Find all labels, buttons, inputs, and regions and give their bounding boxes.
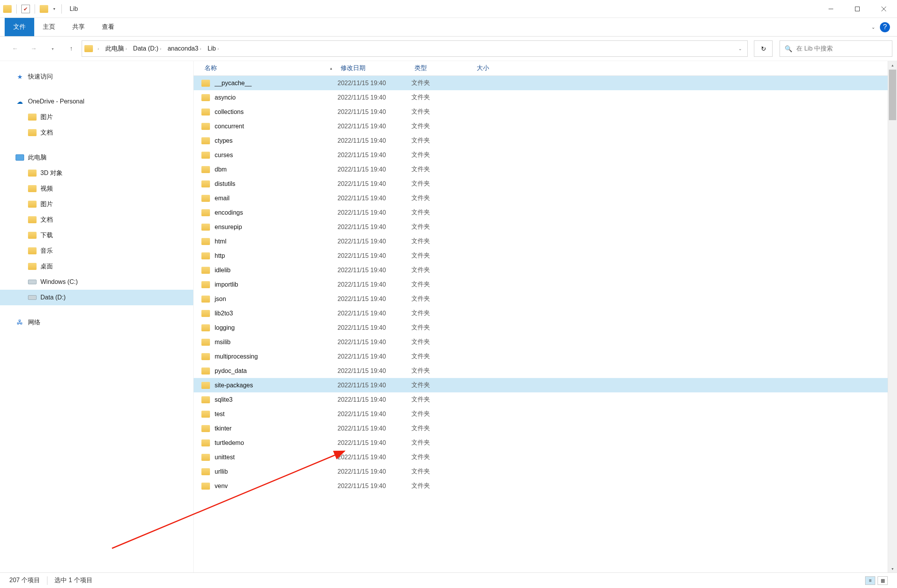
sidebar-item[interactable]: Windows (C:) (0, 274, 193, 290)
file-row[interactable]: html2022/11/15 19:40文件夹 (194, 234, 897, 248)
file-row[interactable]: sqlite32022/11/15 19:40文件夹 (194, 392, 897, 407)
file-row[interactable]: idlelib2022/11/15 19:40文件夹 (194, 263, 897, 277)
file-name: site-packages (215, 382, 337, 389)
refresh-button[interactable]: ↻ (754, 40, 773, 57)
sidebar-this-pc[interactable]: 此电脑 (0, 150, 193, 165)
scrollbar[interactable]: ▴ ▾ (888, 61, 897, 572)
ribbon-expand-icon[interactable]: ⌄ (871, 24, 875, 30)
column-type[interactable]: 类型 (411, 64, 474, 72)
file-row[interactable]: venv2022/11/15 19:40文件夹 (194, 479, 897, 493)
sidebar-item[interactable]: 图片 (0, 196, 193, 212)
file-row[interactable]: http2022/11/15 19:40文件夹 (194, 248, 897, 263)
file-row[interactable]: json2022/11/15 19:40文件夹 (194, 292, 897, 306)
sidebar-item[interactable]: 文档 (0, 212, 193, 228)
sidebar-quick-access[interactable]: ★快速访问 (0, 69, 193, 84)
file-row[interactable]: collections2022/11/15 19:40文件夹 (194, 105, 897, 119)
sidebar-item[interactable]: 文档 (0, 125, 193, 140)
column-size[interactable]: 大小 (474, 64, 520, 72)
file-row[interactable]: tkinter2022/11/15 19:40文件夹 (194, 421, 897, 436)
file-row[interactable]: site-packages2022/11/15 19:40文件夹 (194, 378, 897, 392)
file-row[interactable]: asyncio2022/11/15 19:40文件夹 (194, 90, 897, 105)
file-row[interactable]: multiprocessing2022/11/15 19:40文件夹 (194, 349, 897, 364)
ribbon-file-tab[interactable]: 文件 (5, 18, 34, 36)
scroll-up-icon[interactable]: ▴ (888, 61, 897, 69)
folder-icon (201, 396, 210, 403)
file-row[interactable]: lib2to32022/11/15 19:40文件夹 (194, 306, 897, 320)
file-row[interactable]: test2022/11/15 19:40文件夹 (194, 407, 897, 421)
file-type: 文件夹 (411, 208, 474, 217)
file-row[interactable]: importlib2022/11/15 19:40文件夹 (194, 277, 897, 292)
sidebar-item[interactable]: 音乐 (0, 243, 193, 259)
qat-properties-icon[interactable]: ✔ (21, 5, 30, 13)
search-input[interactable]: 🔍 在 Lib 中搜索 (780, 40, 892, 57)
qat-dropdown-icon[interactable]: ▾ (51, 7, 57, 11)
folder-icon (201, 411, 210, 418)
address-bar[interactable]: › 此电脑› Data (D:)› anaconda3› Lib› ⌄ (82, 40, 748, 57)
minimize-button[interactable] (818, 0, 844, 18)
file-date: 2022/11/15 19:40 (337, 94, 411, 101)
breadcrumb[interactable]: Data (D:)› (130, 43, 164, 54)
sidebar-item[interactable]: Data (D:) (0, 290, 193, 305)
ribbon-tab-home[interactable]: 主页 (34, 18, 64, 36)
file-row[interactable]: urllib2022/11/15 19:40文件夹 (194, 464, 897, 479)
breadcrumb[interactable]: › (94, 44, 102, 53)
sidebar-network[interactable]: 🖧网络 (0, 315, 193, 330)
file-row[interactable]: ctypes2022/11/15 19:40文件夹 (194, 133, 897, 148)
close-button[interactable] (871, 0, 897, 18)
file-name: json (215, 296, 337, 303)
file-date: 2022/11/15 19:40 (337, 324, 411, 331)
forward-button[interactable]: → (26, 40, 42, 57)
file-row[interactable]: concurrent2022/11/15 19:40文件夹 (194, 119, 897, 133)
address-history-icon[interactable]: ⌄ (738, 46, 742, 51)
file-name: ensurepip (215, 224, 337, 231)
scroll-down-icon[interactable]: ▾ (888, 565, 897, 572)
breadcrumb-label: 此电脑 (105, 45, 124, 53)
file-row[interactable]: logging2022/11/15 19:40文件夹 (194, 320, 897, 335)
sidebar-onedrive[interactable]: ☁OneDrive - Personal (0, 94, 193, 109)
file-row[interactable]: ensurepip2022/11/15 19:40文件夹 (194, 220, 897, 234)
folder-icon (201, 224, 210, 231)
breadcrumb[interactable]: Lib› (205, 43, 222, 54)
ribbon-tab-share[interactable]: 共享 (64, 18, 93, 36)
file-row[interactable]: pydoc_data2022/11/15 19:40文件夹 (194, 364, 897, 378)
sidebar-item[interactable]: 视频 (0, 181, 193, 196)
maximize-button[interactable] (844, 0, 871, 18)
sidebar-item[interactable]: 图片 (0, 109, 193, 125)
folder-icon (201, 195, 210, 202)
ribbon-tab-view[interactable]: 查看 (93, 18, 123, 36)
file-row[interactable]: curses2022/11/15 19:40文件夹 (194, 148, 897, 162)
column-name[interactable]: 名称 (201, 64, 337, 72)
breadcrumb[interactable]: anaconda3› (164, 43, 205, 54)
scroll-thumb[interactable] (889, 70, 896, 120)
file-row[interactable]: __pycache__2022/11/15 19:40文件夹 (194, 76, 897, 90)
file-type: 文件夹 (411, 180, 474, 188)
sidebar-item[interactable]: 下载 (0, 228, 193, 243)
file-row[interactable]: dbm2022/11/15 19:40文件夹 (194, 162, 897, 177)
file-type: 文件夹 (411, 79, 474, 87)
file-name: logging (215, 324, 337, 331)
breadcrumb[interactable]: 此电脑› (102, 42, 130, 55)
file-name: sqlite3 (215, 396, 337, 403)
folder-icon (28, 232, 37, 239)
back-button[interactable]: ← (7, 40, 23, 57)
recent-locations-button[interactable]: ▾ (44, 40, 61, 57)
file-name: curses (215, 152, 337, 159)
up-button[interactable]: ↑ (63, 40, 79, 57)
file-name: msilib (215, 339, 337, 346)
svg-rect-1 (855, 7, 860, 11)
file-row[interactable]: msilib2022/11/15 19:40文件夹 (194, 335, 897, 349)
file-row[interactable]: email2022/11/15 19:40文件夹 (194, 191, 897, 205)
file-row[interactable]: unittest2022/11/15 19:40文件夹 (194, 450, 897, 464)
view-large-icon[interactable]: ▦ (878, 576, 888, 585)
column-date[interactable]: 修改日期 (337, 64, 411, 72)
help-icon[interactable]: ? (880, 22, 890, 32)
file-row[interactable]: turtledemo2022/11/15 19:40文件夹 (194, 436, 897, 450)
folder-icon (201, 296, 210, 303)
sidebar-item[interactable]: 3D 对象 (0, 165, 193, 181)
sidebar-item[interactable]: 桌面 (0, 259, 193, 274)
folder-icon (201, 267, 210, 274)
file-row[interactable]: encodings2022/11/15 19:40文件夹 (194, 205, 897, 220)
view-details-icon[interactable]: ≡ (865, 576, 875, 585)
file-row[interactable]: distutils2022/11/15 19:40文件夹 (194, 177, 897, 191)
qat-new-folder-icon[interactable] (40, 5, 48, 13)
